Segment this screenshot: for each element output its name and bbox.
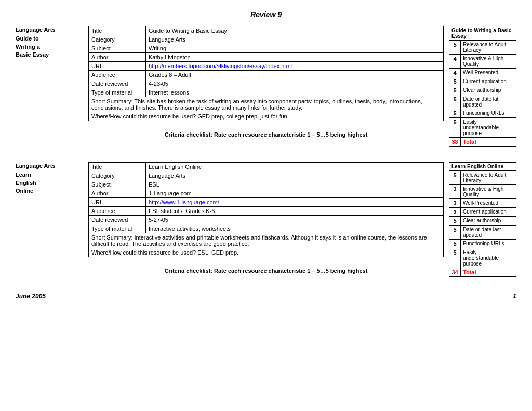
field-value: 4-23-05	[146, 79, 444, 88]
field-label: Date reviewed	[89, 216, 146, 224]
score-label: Functioning URLs	[461, 240, 516, 248]
score-row: 5Clear authorship	[449, 86, 516, 95]
field-value: ESL	[146, 180, 444, 189]
short-summary: Short Summary: Interactive activities an…	[89, 233, 444, 248]
score-label: Current application	[461, 208, 516, 217]
subject-area-label: Language Arts	[16, 26, 88, 34]
right-panel: Guide to Writing a Basic Essay5Relevance…	[449, 26, 516, 147]
table-row: Type of materialInteractive activities, …	[89, 224, 444, 233]
field-value: Internet lessons	[146, 88, 444, 97]
score-label: Clear authorship	[461, 217, 516, 226]
score-label: Innovative & High Quality	[461, 185, 516, 199]
footer-page: 1	[513, 293, 516, 300]
field-label: Audience	[89, 71, 146, 79]
table-row: AuthorKathy Livingston	[89, 53, 444, 62]
score-value: 3	[449, 185, 461, 199]
score-value: 4	[449, 55, 461, 69]
main-table-wrapper: TitleGuide to Writing a Basic EssayCateg…	[88, 26, 444, 140]
score-label: Easily understandable purpose	[461, 248, 516, 268]
score-label: Relevance to Adult Literacy	[461, 41, 516, 55]
score-label: Date or date last updated	[461, 226, 516, 240]
score-row: 3Current application	[449, 208, 516, 217]
total-row: 34Total	[449, 268, 516, 277]
subject-area-label: Language Arts	[16, 162, 88, 170]
field-value: Language Arts	[146, 171, 444, 180]
field-value: Language Arts	[146, 35, 444, 44]
field-label: Category	[89, 171, 146, 180]
page-title: Review 9	[16, 10, 516, 19]
url-link[interactable]: http://members.tripod.com/~lklivingston/…	[149, 63, 292, 69]
table-row: Type of materialInternet lessons	[89, 88, 444, 97]
scores-panel-title: Learn English Online	[449, 163, 516, 171]
table-row: CategoryLanguage Arts	[89, 171, 444, 180]
score-value: 5	[449, 217, 461, 226]
score-label: Easily understandable purpose	[461, 118, 516, 138]
total-score: 34	[449, 268, 461, 277]
resource-table: TitleGuide to Writing a Basic EssayCateg…	[88, 26, 444, 121]
field-value: 1-Language.com	[146, 189, 444, 198]
table-row: URLhttp://www.1-language.com/	[89, 198, 444, 207]
field-label: Author	[89, 53, 146, 62]
score-value: 5	[449, 95, 461, 109]
field-value: Learn English Online	[146, 163, 444, 171]
score-value: 5	[449, 41, 461, 55]
field-value: Writing	[146, 44, 444, 53]
table-row: AudienceGrades 8 – Adult	[89, 71, 444, 79]
url-link[interactable]: http://www.1-language.com/	[149, 199, 219, 205]
field-value: http://members.tripod.com/~lklivingston/…	[146, 62, 444, 71]
field-label: Subject	[89, 44, 146, 53]
scores-table: Guide to Writing a Basic Essay5Relevance…	[449, 26, 516, 147]
resource-title-label: LearnEnglishOnline	[16, 171, 88, 195]
field-label: Audience	[89, 207, 146, 216]
score-label: Well-Presented	[461, 199, 516, 208]
score-row: 5Relevance to Adult Literacy	[449, 171, 516, 185]
score-label: Current application	[461, 77, 516, 86]
field-label: Date reviewed	[89, 79, 146, 88]
criteria-text: Criteria checklist: Rate each resource c…	[88, 268, 444, 274]
score-row: 5Easily understandable purpose	[449, 118, 516, 138]
where-used: Where/How could this resource be used? E…	[89, 248, 444, 257]
short-summary: Short Summary: This site has broken the …	[89, 97, 444, 112]
field-value: ESL students, Grades K-6	[146, 207, 444, 216]
summary-row: Short Summary: This site has broken the …	[89, 97, 444, 112]
field-label: URL	[89, 198, 146, 207]
score-value: 4	[449, 69, 461, 77]
score-row: 5Easily understandable purpose	[449, 248, 516, 268]
field-value: Kathy Livingston	[146, 53, 444, 62]
total-score: 38	[449, 138, 461, 147]
where-used-row: Where/How could this resource be used? E…	[89, 248, 444, 257]
field-value: 5-27-05	[146, 216, 444, 224]
table-row: Author1-Language.com	[89, 189, 444, 198]
field-label: Type of material	[89, 88, 146, 97]
score-label: Clear authorship	[461, 86, 516, 95]
field-value: Guide to Writing a Basic Essay	[146, 26, 444, 35]
score-value: 3	[449, 208, 461, 217]
score-row: 4Well-Presented	[449, 69, 516, 77]
main-table-wrapper: TitleLearn English OnlineCategoryLanguag…	[88, 162, 444, 276]
left-labels-1: Language ArtsGuide toWriting aBasic Essa…	[16, 26, 88, 59]
score-value: 5	[449, 226, 461, 240]
score-row: 5Functioning URLs	[449, 240, 516, 248]
score-value: 5	[449, 86, 461, 95]
table-row: AudienceESL students, Grades K-6	[89, 207, 444, 216]
score-row: 5Current application	[449, 77, 516, 86]
resource-table: TitleLearn English OnlineCategoryLanguag…	[88, 162, 444, 257]
table-row: SubjectWriting	[89, 44, 444, 53]
table-row: URLhttp://members.tripod.com/~lklivingst…	[89, 62, 444, 71]
score-value: 5	[449, 240, 461, 248]
score-row: 5Clear authorship	[449, 217, 516, 226]
score-row: 4Innovative & High Quality	[449, 55, 516, 69]
scores-header-row: Learn English Online	[449, 163, 516, 171]
table-row: CategoryLanguage Arts	[89, 35, 444, 44]
table-row: SubjectESL	[89, 180, 444, 189]
left-labels-2: Language ArtsLearnEnglishOnline	[16, 162, 88, 195]
score-label: Well-Presented	[461, 69, 516, 77]
footer-date: June 2005	[16, 293, 46, 300]
resource-title-label: Guide toWriting aBasic Essay	[16, 35, 88, 59]
score-row: 5Relevance to Adult Literacy	[449, 41, 516, 55]
score-value: 5	[449, 118, 461, 138]
table-row: TitleLearn English Online	[89, 163, 444, 171]
total-label: Total	[461, 268, 516, 277]
field-label: Title	[89, 163, 146, 171]
score-label: Functioning URLs	[461, 109, 516, 118]
